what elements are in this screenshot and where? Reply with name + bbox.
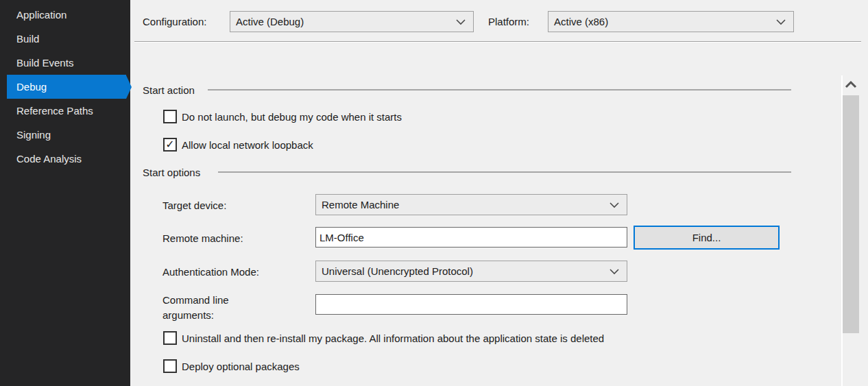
sidebar-item-label: Debug xyxy=(16,81,47,93)
chevron-up-icon[interactable] xyxy=(845,80,857,89)
remote-machine-input[interactable] xyxy=(315,227,627,248)
sidebar-item-label: Code Analysis xyxy=(16,153,82,165)
chevron-down-icon xyxy=(456,19,466,25)
platform-value: Active (x86) xyxy=(554,16,608,27)
no-launch-checkbox-label: Do not launch, but debug my code when it… xyxy=(182,110,402,123)
command-line-arguments-input[interactable] xyxy=(315,294,627,315)
deploy-optional-packages-checkbox[interactable] xyxy=(163,359,177,373)
sidebar-item-application[interactable]: Application xyxy=(0,3,130,27)
authentication-mode-value: Universal (Unencrypted Protocol) xyxy=(322,265,473,277)
sidebar-item-label: Reference Paths xyxy=(16,105,93,117)
target-device-value: Remote Machine xyxy=(322,199,399,210)
no-launch-checkbox[interactable] xyxy=(163,110,177,123)
sidebar-item-debug[interactable]: Debug xyxy=(0,75,130,99)
uninstall-reinstall-checkbox[interactable] xyxy=(163,331,177,345)
find-button-label: Find... xyxy=(692,232,721,243)
start-action-title: Start action xyxy=(143,84,195,97)
chevron-down-icon xyxy=(610,268,619,274)
sidebar-item-build-events[interactable]: Build Events xyxy=(0,51,130,75)
start-options-title: Start options xyxy=(143,166,200,179)
platform-label: Platform: xyxy=(488,15,529,28)
sidebar-item-label: Build xyxy=(16,33,39,45)
section-divider xyxy=(218,171,791,173)
remote-machine-label: Remote machine: xyxy=(162,232,243,245)
deploy-optional-packages-checkbox-label: Deploy optional packages xyxy=(182,360,300,373)
configuration-label: Configuration: xyxy=(143,15,206,28)
sidebar-item-code-analysis[interactable]: Code Analysis xyxy=(0,147,130,171)
platform-dropdown[interactable]: Active (x86) xyxy=(548,11,794,32)
loopback-checkbox-label: Allow local network loopback xyxy=(182,138,313,152)
configuration-dropdown[interactable]: Active (Debug) xyxy=(230,11,474,32)
sidebar-item-signing[interactable]: Signing xyxy=(0,123,130,147)
loopback-checkbox[interactable]: ✓ xyxy=(163,138,177,152)
command-line-arguments-label: Command line arguments: xyxy=(162,293,265,323)
vertical-scrollbar-thumb[interactable] xyxy=(843,95,859,333)
authentication-mode-label: Authentication Mode: xyxy=(162,265,259,278)
sidebar-item-label: Application xyxy=(16,9,67,21)
project-properties-sidebar: Application Build Build Events Debug Ref… xyxy=(0,0,130,386)
target-device-label: Target device: xyxy=(162,199,226,212)
sidebar-item-reference-paths[interactable]: Reference Paths xyxy=(0,99,130,123)
uninstall-reinstall-checkbox-label: Uninstall and then re-install my package… xyxy=(182,332,604,345)
sidebar-item-label: Build Events xyxy=(16,57,73,69)
section-divider xyxy=(208,89,791,91)
authentication-mode-dropdown[interactable]: Universal (Unencrypted Protocol) xyxy=(315,261,627,282)
sidebar-item-label: Signing xyxy=(16,129,51,141)
target-device-dropdown[interactable]: Remote Machine xyxy=(315,194,627,215)
chevron-down-icon xyxy=(610,202,619,208)
sidebar-item-build[interactable]: Build xyxy=(0,27,130,51)
debug-settings-panel: Configuration: Active (Debug) Platform: … xyxy=(130,0,868,386)
header-divider xyxy=(134,41,861,43)
configuration-value: Active (Debug) xyxy=(236,16,304,27)
checkmark-icon: ✓ xyxy=(165,139,174,150)
chevron-down-icon xyxy=(776,19,786,25)
find-button[interactable]: Find... xyxy=(634,226,780,250)
